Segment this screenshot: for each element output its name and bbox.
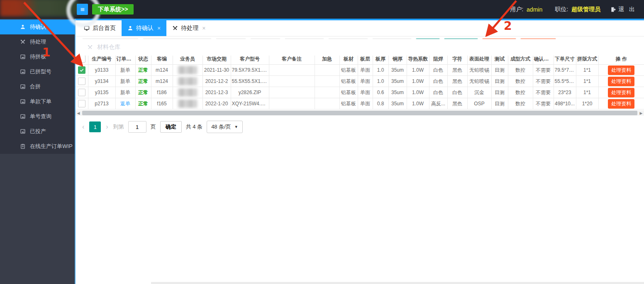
logout-button[interactable]: 退 出 [610,6,637,13]
cell: 铝基板 [339,98,358,109]
cell: m124 [151,76,173,87]
cell: 2021-11-30 [202,65,231,76]
clipboard-icon [20,143,26,149]
table-row: p2713返单正常f1652022-1-20XQY-215W4.9-4...铝基… [76,98,644,109]
sidebar-item-7[interactable]: 待处理 [0,34,75,49]
prev-page-icon[interactable]: ‹ [81,123,85,131]
cell: 新单 [115,65,135,76]
tools-icon [20,39,26,45]
process-data-button[interactable]: 处理资料 [608,99,634,109]
user-icon [127,25,133,31]
cell: 黑色 [447,98,467,109]
cell: 不需要 [533,87,554,98]
cell [173,98,202,109]
cell: 0.6 [373,87,388,98]
cell: 2022-1-20 [202,98,231,109]
per-page-select[interactable]: 48 条/页 ▼ [207,121,243,133]
sidebar-item-8[interactable]: 待拼板 [0,49,75,64]
scrollbar-thumb[interactable] [82,111,637,115]
cell [173,76,202,87]
sidebar-item-10[interactable]: 合拼 [0,79,75,94]
cell: 白色 [447,87,467,98]
row-checkbox[interactable] [78,78,85,85]
cell: p2713 [88,98,115,109]
cell: y3135 [88,87,115,98]
sidebar-item-6[interactable]: 待确认 [0,19,75,34]
close-icon[interactable]: × [202,25,205,32]
cell: 1*1 [576,65,598,76]
cell: 23*23 [554,87,576,98]
cell: 35um [388,87,407,98]
cell [173,65,202,76]
redacted-salesperson [178,100,197,108]
orders-table: 生产编号订单类型状态客编业务员市场交期客户型号客户备注加急板材板层板厚铜厚导热系… [76,53,644,109]
row-checkbox[interactable] [78,89,85,96]
cell: 79.5*79.5 [554,65,576,76]
cell: 2021-12-3 [202,87,231,98]
sidebar-item-12[interactable]: 单号查询 [0,109,75,124]
cell: 1.0W [407,98,429,109]
order-system-button[interactable]: 下单系统>> [92,4,134,15]
scroll-right-icon[interactable]: ▶ [638,111,644,115]
position-value: 超级管理员 [571,6,600,13]
sidebar-item-11[interactable]: 单款下单 [0,94,75,109]
image-icon [20,84,26,90]
logout-icon [610,7,616,12]
tab-label: 后台首页 [93,24,116,32]
chevron-down-icon: ▼ [234,125,238,129]
cell: 数控 [508,76,533,87]
image-icon [20,54,26,60]
page-number-input[interactable] [128,121,146,133]
cell: 目测 [491,65,508,76]
process-data-button[interactable]: 处理资料 [608,77,634,86]
cell: 单面 [358,65,373,76]
check-icon [79,68,84,73]
cell: 数控 [508,65,533,76]
confirm-page-button[interactable]: 确定 [160,121,182,133]
sidebar-item-label: 单款下单 [30,98,51,105]
cell: f186 [151,87,173,98]
cell: y3133 [88,65,115,76]
scroll-left-icon[interactable]: ◀ [76,111,81,115]
row-checkbox[interactable] [78,100,85,107]
cell: 黑色 [447,65,467,76]
tab-label: 待处理 [181,24,198,32]
process-data-button[interactable]: 处理资料 [608,88,634,97]
cell: 单面 [358,87,373,98]
wrench-icon [87,44,93,50]
goto-label: 到第 [113,123,124,131]
cell: 铝基板 [339,87,358,98]
sidebar-item-13[interactable]: 已投产 [0,124,75,139]
next-page-icon[interactable]: › [105,123,109,131]
cell: 1.0 [373,65,388,76]
select-all-checkbox[interactable] [78,55,85,63]
tab-1[interactable]: 待确认× [122,20,166,36]
main-content: 后台首页待确认×待处理× --板 层----板 厚----阻焊颜色----字符颜… [76,20,644,284]
process-data-button[interactable]: 处理资料 [608,66,634,75]
cell: 35um [388,65,407,76]
cell: 不需要 [533,98,554,109]
tab-2[interactable]: 待处理× [166,20,211,36]
cell [269,76,315,87]
current-page-button[interactable]: 1 [89,121,101,132]
sidebar-item-16[interactable]: 材料仓库 [76,39,644,56]
menu-toggle-button[interactable] [77,4,88,15]
table-body: y3133新单正常m1242021-11-3079.5X79.5X1.0.zip… [76,65,644,109]
horizontal-scrollbar[interactable]: ◀ ▶ [76,110,644,116]
cell [173,87,202,98]
tools-icon [172,25,178,31]
sidebar-item-9[interactable]: 已拼型号 [0,64,75,79]
hamburger-icon [80,7,85,12]
cell: 新单 [115,76,135,87]
cell: f165 [151,98,173,109]
sidebar-item-14[interactable]: 在线生产订单WIP [0,139,75,154]
accent-line [76,19,644,20]
page-unit-label: 页 [151,123,156,131]
user-name: admin [527,6,542,13]
row-checkbox[interactable] [78,66,85,74]
tab-bar: 后台首页待确认×待处理× [76,20,644,36]
close-icon[interactable]: × [157,25,161,32]
cell [315,65,339,76]
sidebar-item-label: 待处理 [30,38,46,46]
sidebar-item-label: 单号查询 [30,113,51,120]
